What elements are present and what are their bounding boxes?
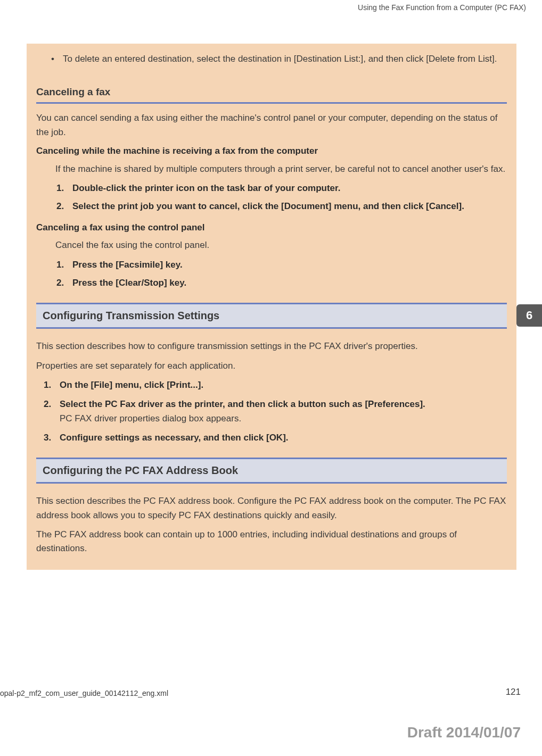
list-item: 2. Select the print job you want to canc… <box>56 200 507 213</box>
step-number: 2. <box>44 397 60 426</box>
step-text: On the [File] menu, click [Print...]. <box>60 378 507 392</box>
step-text: Select the print job you want to cancel,… <box>72 200 464 213</box>
section-heading-address-book: Configuring the PC FAX Address Book <box>36 458 507 484</box>
step-number: 2. <box>56 200 72 213</box>
step-number: 2. <box>56 276 72 290</box>
list-item: 2. Select the PC Fax driver as the print… <box>44 397 507 426</box>
chapter-tab: 6 <box>516 304 542 327</box>
section-heading-transmission: Configuring Transmission Settings <box>36 303 507 329</box>
cancel-sub2-p: Cancel the fax using the control panel. <box>36 238 507 252</box>
cancel-sub2-steps: 1. Press the [Facsimile] key. 2. Press t… <box>36 258 507 290</box>
step-subtext: PC FAX driver properties dialog box appe… <box>60 412 507 426</box>
bullet-item: • To delete an entered destination, sele… <box>51 52 502 66</box>
step-text: Press the [Clear/Stop] key. <box>72 276 186 290</box>
addrbook-p1: This section describes the PC FAX addres… <box>36 494 507 522</box>
list-item: 3. Configure settings as necessary, and … <box>44 431 507 445</box>
list-item: 1. Double-click the printer icon on the … <box>56 181 507 195</box>
running-header: Using the Fax Function from a Computer (… <box>0 0 542 12</box>
trans-p2: Properties are set separately for each a… <box>36 359 507 373</box>
trans-p1: This section describes how to configure … <box>36 339 507 353</box>
list-item: 1. Press the [Facsimile] key. <box>56 258 507 272</box>
cancel-sub1-p: If the machine is shared by multiple com… <box>36 162 507 176</box>
step-number: 1. <box>44 378 60 392</box>
step-number: 1. <box>56 181 72 195</box>
section-heading-canceling: Canceling a fax <box>36 82 507 104</box>
content-panel: 6 • To delete an entered destination, se… <box>27 44 516 570</box>
list-item: 1. On the [File] menu, click [Print...]. <box>44 378 507 392</box>
page-number: 121 <box>506 687 521 697</box>
cancel-sub1-steps: 1. Double-click the printer icon on the … <box>36 181 507 214</box>
step-number: 3. <box>44 431 60 445</box>
addrbook-p2: The PC FAX address book can contain up t… <box>36 528 507 556</box>
bullet-block: • To delete an entered destination, sele… <box>36 52 507 82</box>
bullet-text: To delete an entered destination, select… <box>63 52 497 66</box>
cancel-sub2-title: Canceling a fax using the control panel <box>36 221 507 235</box>
cancel-intro: You can cancel sending a fax using eithe… <box>36 111 507 139</box>
footer-filename: opal-p2_mf2_com_user_guide_00142112_eng.… <box>0 689 168 697</box>
trans-steps: 1. On the [File] menu, click [Print...].… <box>36 378 507 445</box>
draft-watermark: Draft 2014/01/07 <box>407 724 521 741</box>
step-number: 1. <box>56 258 72 272</box>
step-text: Double-click the printer icon on the tas… <box>72 181 340 195</box>
step-text: Select the PC Fax driver as the printer,… <box>60 397 507 411</box>
cancel-sub1-title: Canceling while the machine is receiving… <box>36 145 507 158</box>
bullet-dot-icon: • <box>51 52 63 66</box>
step-text: Configure settings as necessary, and the… <box>60 431 507 445</box>
step-text: Press the [Facsimile] key. <box>72 258 183 272</box>
list-item: 2. Press the [Clear/Stop] key. <box>56 276 507 290</box>
